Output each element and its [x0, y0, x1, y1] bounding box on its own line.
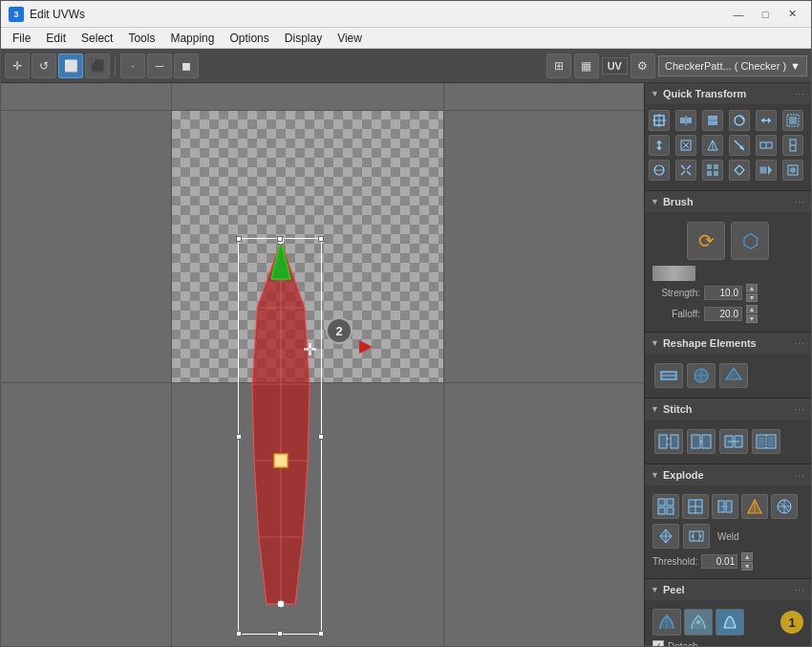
falloff-input[interactable] — [704, 307, 742, 321]
reshape-header[interactable]: ▼ Reshape Elements ··· — [645, 333, 811, 354]
menu-edit[interactable]: Edit — [38, 28, 74, 48]
qt-row2 — [649, 135, 807, 156]
threshold-input[interactable] — [701, 554, 737, 569]
qt-btn-11[interactable] — [756, 135, 777, 156]
scale-tool-button[interactable]: ⬜ — [58, 54, 83, 78]
svg-line-44 — [687, 171, 691, 175]
section-stitch: ▼ Stitch ··· — [645, 399, 811, 464]
menu-select[interactable]: Select — [74, 28, 120, 48]
peel-header[interactable]: ▼ Peel ··· — [645, 579, 811, 600]
qt-btn-16[interactable] — [729, 160, 750, 181]
qt-btn-5[interactable] — [756, 110, 777, 131]
handle-bc[interactable] — [277, 631, 283, 636]
qt-btn-4[interactable] — [729, 110, 750, 131]
threshold-up[interactable]: ▲ — [741, 552, 753, 561]
weld-icon-2[interactable] — [683, 524, 710, 549]
menu-mapping[interactable]: Mapping — [162, 28, 222, 48]
move-tool-button[interactable]: ✛ — [5, 54, 30, 78]
explode-icon-4[interactable] — [741, 494, 768, 519]
explode-icons-row — [649, 491, 807, 522]
quick-transform-header[interactable]: ▼ Quick Transform ··· — [645, 83, 811, 104]
close-button[interactable]: ✕ — [780, 6, 803, 23]
checker-dropdown[interactable]: CheckerPatt... ( Checker ) ▼ — [658, 55, 807, 76]
window-title: Edit UVWs — [30, 8, 727, 21]
handle-br[interactable] — [318, 631, 324, 636]
brush-stroke-preview — [652, 266, 695, 281]
stitch-icon-2[interactable] — [687, 429, 716, 454]
threshold-down[interactable]: ▼ — [741, 562, 753, 571]
handle-bl[interactable] — [236, 631, 242, 636]
brush-title: Brush — [663, 196, 791, 207]
poly-mode-button[interactable]: ◼ — [174, 54, 199, 78]
explode-icon-3[interactable] — [712, 494, 738, 519]
stitch-icon-4[interactable] — [752, 429, 780, 454]
menu-view[interactable]: View — [330, 28, 370, 48]
detach-checkbox[interactable]: ✓ — [652, 640, 664, 646]
vertex-mode-button[interactable]: · — [120, 54, 145, 78]
strength-up[interactable]: ▲ — [746, 284, 758, 292]
svg-line-51 — [739, 165, 744, 170]
qt-btn-1[interactable] — [649, 110, 670, 131]
qt-btn-12[interactable] — [782, 135, 803, 156]
stitch-arrow-icon: ▼ — [651, 404, 659, 414]
reshape-icon-1[interactable] — [654, 363, 683, 388]
peel-icon-3[interactable] — [716, 609, 744, 636]
qt-title: Quick Transform — [663, 88, 791, 99]
minimize-button[interactable]: — — [727, 6, 750, 23]
qt-btn-17[interactable] — [756, 160, 777, 181]
checker-mode-button[interactable]: ▦ — [574, 54, 599, 78]
qt-btn-7[interactable] — [649, 135, 670, 156]
explode-icon-2[interactable] — [682, 494, 709, 519]
reshape-icon-2[interactable] — [687, 363, 716, 388]
qt-btn-9[interactable] — [702, 135, 723, 156]
menu-display[interactable]: Display — [277, 28, 330, 48]
qt-btn-13[interactable] — [649, 160, 670, 181]
detach-row: ✓ Detach — [649, 638, 807, 646]
viewport[interactable]: 2 ✛ — [1, 83, 644, 646]
menu-file[interactable]: File — [5, 28, 38, 48]
reshape-icon-3[interactable] — [719, 363, 748, 388]
menu-bar: File Edit Select Tools Mapping Options D… — [1, 28, 811, 49]
svg-rect-80 — [667, 507, 673, 514]
explode-icon-5[interactable] — [771, 494, 798, 519]
peel-icon-2[interactable] — [684, 609, 713, 636]
falloff-down[interactable]: ▼ — [746, 314, 758, 323]
weld-label: Weld — [714, 530, 743, 543]
brush-3d-icon[interactable]: ⬡ — [731, 222, 769, 260]
falloff-row: Falloff: ▲ ▼ — [652, 305, 803, 323]
stitch-icon-1[interactable] — [654, 429, 683, 454]
edge-mode-button[interactable]: ─ — [147, 54, 172, 78]
toolbar: ✛ ↺ ⬜ ⬛ · ─ ◼ ⊞ ▦ UV ⚙ CheckerPatt... ( … — [1, 49, 811, 83]
qt-btn-14[interactable] — [675, 160, 696, 181]
checker-toggle-button[interactable]: ⊞ — [546, 54, 571, 78]
menu-options[interactable]: Options — [222, 28, 276, 48]
explode-icon-1[interactable] — [652, 494, 679, 519]
brush-header[interactable]: ▼ Brush ··· — [645, 191, 811, 212]
menu-tools[interactable]: Tools — [120, 28, 162, 48]
qt-btn-18[interactable] — [782, 160, 803, 181]
qt-btn-6[interactable] — [782, 110, 803, 131]
qt-btn-15[interactable] — [702, 160, 723, 181]
qt-btn-10[interactable] — [729, 135, 750, 156]
strength-input[interactable] — [704, 286, 742, 300]
qt-btn-2[interactable] — [675, 110, 696, 131]
explode-header[interactable]: ▼ Explode ··· — [645, 464, 811, 485]
stitch-header[interactable]: ▼ Stitch ··· — [645, 399, 811, 420]
weld-icon-1[interactable] — [652, 524, 679, 549]
strength-down[interactable]: ▼ — [746, 293, 758, 302]
qt-btn-3[interactable] — [702, 110, 723, 131]
brush-relax-icon[interactable]: ⟳ — [687, 222, 725, 260]
qt-row3 — [649, 160, 807, 181]
freeform-tool-button[interactable]: ⬛ — [85, 54, 110, 78]
stitch-icon-3[interactable] — [719, 429, 748, 454]
qt-btn-8[interactable] — [675, 135, 696, 156]
svg-rect-50 — [714, 171, 718, 176]
peel-icon-1[interactable] — [652, 609, 681, 636]
uv-settings-button[interactable]: ⚙ — [630, 54, 655, 78]
handle-mr[interactable] — [318, 434, 324, 440]
maximize-button[interactable]: □ — [754, 6, 777, 23]
rotate-tool-button[interactable]: ↺ — [32, 54, 56, 78]
handle-ml[interactable] — [236, 434, 242, 440]
falloff-up[interactable]: ▲ — [746, 305, 758, 313]
svg-rect-49 — [707, 171, 712, 176]
